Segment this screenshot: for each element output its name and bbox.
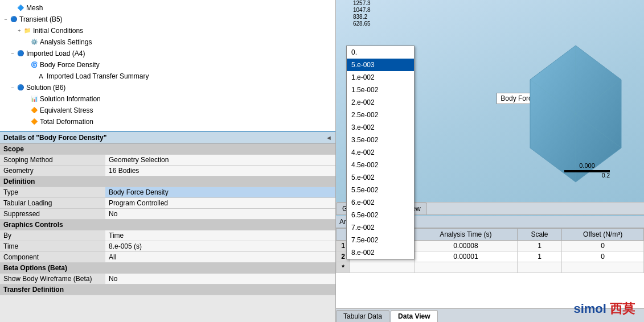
dropdown-item-10[interactable]: 5.e-002: [347, 171, 414, 184]
expander-analysis[interactable]: [23, 39, 30, 46]
tree-item-imported-load[interactable]: − 🔵 Imported Load (A4): [0, 48, 335, 59]
analysis-settings-icon: ⚙️: [30, 38, 39, 47]
pin-button[interactable]: ◄: [326, 134, 332, 141]
tree-item-mesh[interactable]: 🔷 Mesh: [0, 2, 335, 14]
section-transfer: Transfer Definition: [0, 284, 335, 295]
mesh-icon: 🔷: [16, 3, 25, 13]
dropdown-item-2[interactable]: 1.e-002: [347, 71, 414, 84]
dropdown-item-1[interactable]: 5.e-003: [347, 59, 414, 71]
dv-col-time: Analysis Time (s): [414, 229, 517, 241]
dv-rownum-star: *: [337, 262, 350, 273]
details-header: Details of "Body Force Density" ◄: [0, 132, 335, 144]
row-type: Type Body Force Density: [0, 187, 335, 198]
tree-item-analysis-settings[interactable]: ⚙️ Analysis Settings: [0, 36, 335, 48]
expander-transient[interactable]: −: [2, 16, 9, 23]
key-type: Type: [0, 187, 105, 198]
tab-tabular-data[interactable]: Tabular Data: [336, 310, 389, 322]
key-component: Component: [0, 252, 105, 263]
val-time: 8.e-005 (s): [105, 241, 335, 252]
details-panel: Details of "Body Force Density" ◄ Scope …: [0, 131, 336, 322]
row-by: By Time: [0, 230, 335, 241]
dropdown-item-9[interactable]: 4.5e-002: [347, 159, 414, 171]
tree-item-total-deform[interactable]: 🔶 Total Deformation: [0, 116, 335, 127]
legend-val-1: 1047.8: [353, 7, 371, 13]
row-suppressed: Suppressed No: [0, 209, 335, 220]
dv-scale-2: 1: [517, 251, 561, 262]
tab-data-view[interactable]: Data View: [391, 310, 437, 322]
dropdown-item-11[interactable]: 5.5e-002: [347, 184, 414, 196]
scale-value: 0.000: [564, 162, 610, 169]
expander-imported-load[interactable]: −: [9, 50, 16, 57]
tree-item-equiv-stress[interactable]: 🔶 Equivalent Stress: [0, 105, 335, 116]
key-time: Time: [0, 241, 105, 252]
simol-watermark: simol 西莫: [573, 300, 635, 317]
tree-item-transient[interactable]: − 🔵 Transient (B5): [0, 14, 335, 25]
dv-scale-1: 1: [517, 241, 561, 251]
expander-transfer[interactable]: [30, 73, 36, 80]
tree-item-solution-info[interactable]: 📊 Solution Information: [0, 93, 335, 105]
dropdown-item-16[interactable]: 8.e-002: [347, 246, 414, 259]
transfer-icon: A: [36, 72, 46, 81]
imported-load-icon: 🔵: [16, 49, 25, 58]
expander-equiv-stress[interactable]: [23, 107, 30, 114]
details-title: Details of "Body Force Density": [3, 134, 106, 142]
dropdown-item-15[interactable]: 7.5e-002: [347, 234, 414, 246]
time-dropdown[interactable]: 0. 5.e-003 1.e-002 1.5e-002 2.e-002 2.5e…: [346, 46, 415, 259]
val-suppressed: No: [105, 209, 335, 220]
tree-item-body-force-density[interactable]: 🌀 Body Force Density: [0, 59, 335, 71]
val-tabular-loading: Program Controlled: [105, 198, 335, 209]
tree-label-total-deform: Total Deformation: [40, 117, 93, 127]
val-geometry: 16 Bodies: [105, 166, 335, 176]
scope-label: Scope: [0, 144, 335, 155]
total-deform-icon: 🔶: [30, 117, 39, 126]
legend-val-0: 1257.3: [353, 0, 371, 6]
dropdown-item-5[interactable]: 2.5e-002: [347, 109, 414, 121]
val-by: Time: [105, 230, 335, 241]
transient-icon: 🔵: [9, 15, 18, 24]
scale-bar: 0.000 0.2: [564, 162, 610, 179]
simol-text: simol: [573, 302, 606, 316]
tree-item-initial[interactable]: + 📁 Initial Conditions: [0, 25, 335, 36]
expander-mesh[interactable]: [9, 5, 16, 11]
row-tabular-loading: Tabular Loading Program Controlled: [0, 198, 335, 209]
legend-above: 1257.3 1047.8 838.2 628.65: [353, 0, 371, 27]
tree-label-mesh: Mesh: [26, 3, 43, 13]
tree-label-analysis-settings: Analysis Settings: [40, 37, 92, 47]
section-graphics: Graphics Controls: [0, 220, 335, 230]
dv-offset-2: 0: [562, 251, 644, 262]
section-beta: Beta Options (Beta): [0, 263, 335, 274]
dropdown-item-12[interactable]: 6.e-002: [347, 196, 414, 209]
dropdown-item-4[interactable]: 2.e-002: [347, 96, 414, 109]
tree-item-transfer-summary[interactable]: A Imported Load Transfer Summary: [0, 71, 335, 82]
key-geometry: Geometry: [0, 166, 105, 176]
dropdown-item-7[interactable]: 3.5e-002: [347, 134, 414, 146]
expander-solution[interactable]: −: [9, 84, 16, 91]
dv-row-star: *: [337, 262, 644, 273]
dv-star-time: [414, 262, 517, 273]
legend-val-3: 628.65: [353, 20, 371, 27]
dv-star-steps: [350, 262, 415, 273]
row-component: Component All: [0, 252, 335, 263]
dv-star-scale: [517, 262, 561, 273]
expander-initial[interactable]: +: [16, 27, 23, 34]
val-scoping-method: Geometry Selection: [105, 155, 335, 166]
dropdown-item-13[interactable]: 6.5e-002: [347, 209, 414, 221]
dropdown-item-6[interactable]: 3.e-002: [347, 121, 414, 134]
dropdown-item-8[interactable]: 4.e-002: [347, 146, 414, 159]
val-wireframe: No: [105, 274, 335, 284]
tree-panel: 🔷 Mesh − 🔵 Transient (B5) + 📁 Initial Co…: [0, 0, 336, 131]
dropdown-item-3[interactable]: 1.5e-002: [347, 84, 414, 96]
tab-data-view-label: Data View: [398, 312, 430, 320]
tree-item-solution[interactable]: − 🔵 Solution (B6): [0, 82, 335, 93]
dropdown-item-14[interactable]: 7.e-002: [347, 221, 414, 234]
expander-solution-info[interactable]: [23, 96, 30, 102]
expander-total-deform[interactable]: [23, 118, 30, 125]
dv-col-scale: Scale: [517, 229, 561, 241]
val-component: All: [105, 252, 335, 263]
expander-bfd[interactable]: [23, 61, 30, 68]
row-geometry: Geometry 16 Bodies: [0, 166, 335, 176]
transfer-label: Transfer Definition: [0, 284, 335, 295]
row-scoping-method: Scoping Method Geometry Selection: [0, 155, 335, 166]
dropdown-item-0[interactable]: 0.: [347, 46, 414, 59]
tree-label-imported-load: Imported Load (A4): [26, 48, 85, 59]
